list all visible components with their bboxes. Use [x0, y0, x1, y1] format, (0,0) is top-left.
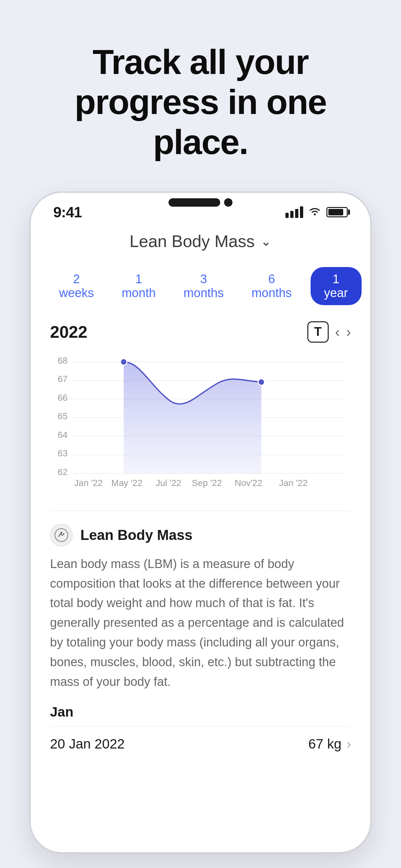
svg-point-24 [60, 532, 62, 534]
svg-point-0 [314, 213, 316, 215]
info-section: Lean Body Mass Lean body mass (LBM) is a… [50, 510, 351, 692]
year-nav-row: 2022 T ‹ › [50, 321, 351, 343]
info-description: Lean body mass (LBM) is a measure of bod… [50, 554, 351, 692]
svg-text:65: 65 [58, 411, 68, 421]
chart-container: 68 67 66 65 64 63 62 [50, 352, 351, 494]
status-time: 9:41 [53, 204, 82, 221]
entry-value: 67 kg [308, 736, 342, 752]
headline: Track all your progress in one place. [49, 42, 352, 162]
entry-date: 20 Jan 2022 [50, 736, 125, 752]
svg-text:63: 63 [58, 448, 68, 458]
headline-line1: Track all your [93, 42, 308, 82]
info-header: Lean Body Mass [50, 524, 351, 547]
data-entry-row[interactable]: 20 Jan 2022 67 kg › [50, 726, 351, 762]
svg-text:Jul '22: Jul '22 [156, 478, 181, 488]
prev-arrow-icon[interactable]: ‹ [335, 324, 340, 340]
headline-line2: progress in one [74, 82, 327, 121]
entry-value-group: 67 kg › [308, 736, 351, 752]
svg-point-16 [258, 379, 265, 385]
notch-pill [168, 198, 220, 207]
svg-point-15 [120, 359, 127, 365]
section-month-label: Jan [50, 704, 351, 720]
notch-dot [224, 198, 233, 207]
body-mass-chart: 68 67 66 65 64 63 62 [50, 352, 351, 493]
notch [146, 193, 255, 212]
year-label: 2022 [50, 322, 88, 342]
info-title: Lean Body Mass [81, 527, 192, 543]
page-wrapper: Track all your progress in one place. 9:… [0, 0, 401, 868]
app-title: Lean Body Mass [129, 231, 254, 251]
signal-bars-icon [285, 206, 303, 218]
time-btn-1year[interactable]: 1 year [311, 267, 362, 305]
svg-text:Sep '22: Sep '22 [192, 478, 222, 488]
headline-line3: place. [153, 122, 248, 161]
next-arrow-icon[interactable]: › [346, 324, 351, 340]
svg-text:68: 68 [58, 355, 68, 365]
time-btn-2weeks[interactable]: 2 weeks [50, 267, 103, 305]
t-button[interactable]: T [307, 321, 329, 343]
dropdown-chevron-icon[interactable]: ⌄ [260, 234, 272, 249]
time-btn-6months[interactable]: 6 months [243, 267, 301, 305]
svg-text:Jan '22: Jan '22 [74, 478, 103, 488]
status-bar: 9:41 [31, 193, 370, 231]
svg-text:62: 62 [58, 467, 68, 476]
time-btn-1month[interactable]: 1 month [113, 267, 165, 305]
entry-chevron-right-icon: › [347, 737, 351, 751]
time-range-selector: 2 weeks 1 month 3 months 6 months 1 year [50, 267, 351, 305]
year-nav-controls: T ‹ › [307, 321, 351, 343]
svg-text:May '22: May '22 [112, 478, 143, 488]
svg-text:67: 67 [58, 374, 68, 384]
lean-body-mass-icon [50, 524, 73, 547]
phone-mockup: 9:41 [29, 191, 372, 854]
svg-text:Jan '22: Jan '22 [279, 478, 308, 488]
status-icons [285, 206, 348, 219]
svg-text:66: 66 [58, 392, 68, 402]
app-content: Lean Body Mass ⌄ 2 weeks 1 month 3 month… [31, 231, 370, 762]
svg-text:64: 64 [58, 430, 68, 439]
battery-icon [327, 207, 348, 217]
time-btn-3months[interactable]: 3 months [174, 267, 233, 305]
svg-text:Nov'22: Nov'22 [235, 478, 263, 488]
app-title-row: Lean Body Mass ⌄ [50, 231, 351, 251]
wifi-icon [308, 206, 321, 219]
